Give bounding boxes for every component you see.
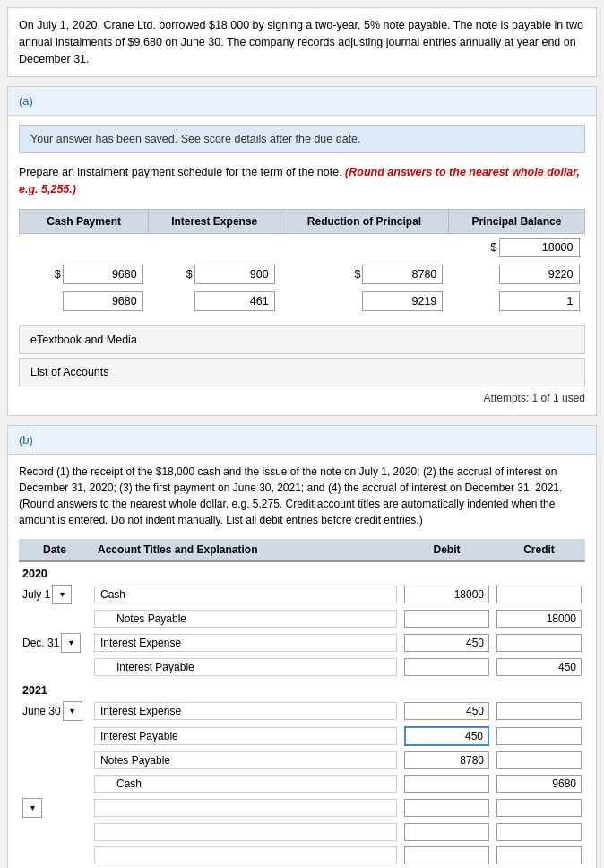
etextbook-button[interactable]: eTextbook and Media	[19, 326, 585, 354]
journal-row-3	[19, 655, 585, 679]
schedule-row-1: $ $ $	[20, 261, 585, 288]
debit-input-5[interactable]	[404, 726, 489, 746]
journal-instruction: Record (1) the receipt of the $18,000 ca…	[19, 464, 585, 528]
problem-text: On July 1, 2020, Crane Ltd. borrowed $18…	[7, 7, 597, 77]
schedule-table: Cash Payment Interest Expense Reduction …	[19, 209, 585, 315]
account-input-0[interactable]	[94, 586, 397, 603]
credit-input-8[interactable]	[496, 799, 582, 817]
credit-input-5[interactable]	[496, 727, 582, 745]
journal-credit-9	[493, 820, 585, 844]
reduction-principal-initial	[280, 233, 449, 261]
credit-input-4[interactable]	[496, 702, 582, 720]
schedule-row-2	[20, 288, 585, 315]
journal-col-date: Date	[19, 539, 91, 561]
journal-row-8: ▾	[19, 795, 585, 820]
account-input-8[interactable]	[94, 799, 397, 817]
debit-input-6[interactable]	[404, 751, 489, 769]
page-wrapper: On July 1, 2020, Crane Ltd. borrowed $18…	[0, 0, 604, 868]
account-input-2[interactable]	[94, 634, 397, 652]
date-chevron-2[interactable]: ▾	[61, 633, 81, 653]
journal-col-credit: Credit	[493, 539, 585, 561]
journal-account-2[interactable]	[91, 630, 401, 655]
date-chevron-4[interactable]: ▾	[63, 701, 82, 721]
debit-input-7[interactable]	[404, 775, 489, 793]
account-input-6[interactable]	[94, 751, 397, 769]
credit-input-3[interactable]	[496, 658, 582, 676]
journal-account-9[interactable]	[91, 820, 401, 844]
credit-input-10[interactable]	[496, 846, 582, 864]
principal-balance-initial-input[interactable]	[499, 238, 580, 257]
journal-debit-5	[401, 724, 493, 749]
journal-date-7	[19, 772, 91, 795]
debit-input-2[interactable]	[404, 634, 489, 652]
principal-balance-initial: $	[448, 233, 584, 261]
debit-input-4[interactable]	[404, 702, 489, 720]
cash-payment-initial	[20, 233, 149, 261]
principal-balance-2-input[interactable]	[499, 291, 580, 311]
date-chevron-0[interactable]: ▾	[52, 585, 72, 604]
journal-date-3	[19, 655, 91, 679]
journal-credit-7	[493, 772, 585, 795]
principal-balance-1	[448, 261, 584, 288]
debit-input-1[interactable]	[404, 610, 489, 628]
credit-input-7[interactable]	[496, 775, 582, 793]
account-input-10[interactable]	[94, 846, 397, 864]
journal-account-3[interactable]	[91, 655, 401, 679]
debit-input-10[interactable]	[404, 846, 489, 864]
journal-row-0: July 1 ▾	[19, 582, 585, 607]
principal-balance-1-input[interactable]	[499, 265, 580, 284]
journal-account-4[interactable]	[91, 699, 401, 724]
credit-input-2[interactable]	[496, 634, 582, 652]
schedule-row-initial: $	[20, 233, 585, 261]
journal-date-5	[19, 724, 91, 749]
journal-credit-6	[493, 749, 585, 772]
credit-input-6[interactable]	[496, 751, 582, 769]
journal-account-7[interactable]	[91, 772, 401, 795]
account-input-3[interactable]	[94, 658, 397, 676]
debit-input-8[interactable]	[404, 799, 489, 817]
saved-message: Your answer has been saved. See score de…	[19, 125, 585, 153]
journal-debit-6	[401, 749, 493, 772]
reduction-principal-1-input[interactable]	[362, 265, 443, 284]
list-accounts-button[interactable]: List of Accounts	[19, 358, 585, 386]
journal-table: Date Account Titles and Explanation Debi…	[19, 539, 585, 867]
debit-input-0[interactable]	[404, 586, 489, 603]
interest-expense-2-input[interactable]	[194, 291, 275, 311]
credit-input-0[interactable]	[496, 586, 582, 603]
credit-input-1[interactable]	[496, 610, 582, 628]
col-interest-expense: Interest Expense	[149, 209, 280, 233]
col-cash-payment: Cash Payment	[20, 209, 149, 233]
journal-account-10[interactable]	[91, 844, 401, 867]
cash-payment-2-input[interactable]	[63, 291, 143, 311]
journal-debit-4	[401, 699, 493, 724]
account-input-4[interactable]	[94, 702, 397, 720]
journal-account-0[interactable]	[91, 582, 401, 607]
journal-account-6[interactable]	[91, 749, 401, 772]
journal-credit-8	[493, 795, 585, 820]
journal-row-9	[19, 820, 585, 844]
journal-date-2: Dec. 31 ▾	[19, 630, 91, 655]
date-chevron-8[interactable]: ▾	[22, 798, 42, 818]
journal-row-7	[19, 772, 585, 795]
journal-date-10	[19, 844, 91, 867]
debit-input-3[interactable]	[404, 658, 489, 676]
cash-payment-1-input[interactable]	[63, 265, 143, 284]
problem-description: On July 1, 2020, Crane Ltd. borrowed $18…	[19, 19, 583, 65]
interest-expense-1-input[interactable]	[194, 265, 275, 284]
col-reduction-principal: Reduction of Principal	[280, 209, 449, 233]
account-input-9[interactable]	[94, 823, 397, 841]
journal-account-1[interactable]	[91, 607, 401, 630]
principal-balance-2	[448, 288, 584, 315]
journal-row-4: June 30 ▾	[19, 699, 585, 724]
account-input-5[interactable]	[94, 727, 397, 745]
debit-input-9[interactable]	[404, 823, 489, 841]
reduction-principal-2-input[interactable]	[362, 291, 443, 311]
interest-expense-2	[149, 288, 280, 315]
cash-payment-1: $	[20, 261, 149, 288]
credit-input-9[interactable]	[496, 823, 582, 841]
instruction-a: Prepare an instalment payment schedule f…	[19, 164, 585, 198]
journal-account-5[interactable]	[91, 724, 401, 749]
account-input-7[interactable]	[94, 775, 397, 793]
journal-account-8[interactable]	[91, 795, 401, 820]
account-input-1[interactable]	[94, 610, 397, 628]
